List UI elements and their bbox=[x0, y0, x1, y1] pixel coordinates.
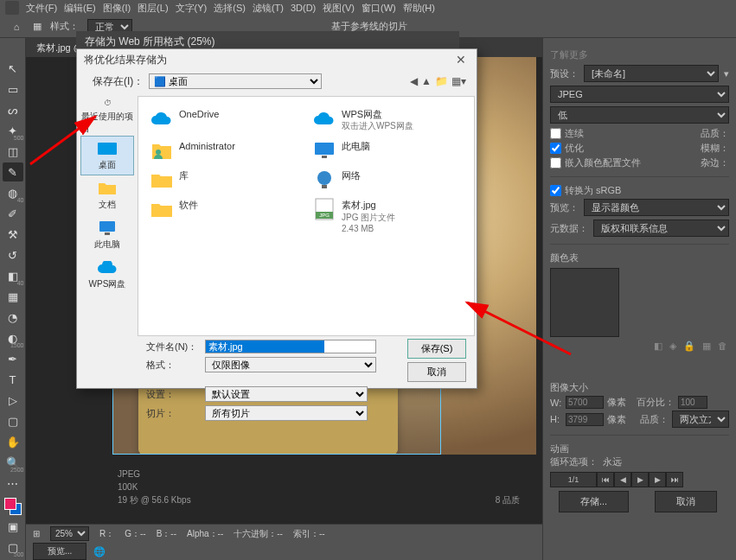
menu-file[interactable]: 文件(F) bbox=[26, 2, 57, 15]
menu-3d[interactable]: 3D(D) bbox=[291, 3, 316, 13]
embed-checkbox[interactable] bbox=[550, 157, 561, 169]
menu-help[interactable]: 帮助(H) bbox=[403, 2, 435, 15]
preset-select[interactable]: [未命名] bbox=[584, 65, 719, 82]
tool-marquee[interactable]: ▭ bbox=[3, 80, 23, 99]
tool-hand[interactable]: ✋ bbox=[3, 432, 23, 451]
tool-healing[interactable]: ◍40 bbox=[3, 183, 23, 202]
menu-window[interactable]: 窗口(W) bbox=[362, 2, 396, 15]
sidebar-item-wps[interactable]: WPS网盘 bbox=[80, 255, 134, 295]
tool-history[interactable]: ↺ bbox=[3, 245, 23, 264]
srgb-checkbox[interactable] bbox=[550, 185, 561, 196]
tool-gradient[interactable]: ▦ bbox=[3, 287, 23, 306]
tool-eyedropper[interactable]: ✎ bbox=[3, 162, 23, 181]
tool-more[interactable]: ⋯ bbox=[3, 474, 23, 493]
tool-screenmode[interactable]: ▢500 bbox=[3, 538, 23, 557]
file-library[interactable]: 库 bbox=[147, 167, 303, 193]
files-area[interactable]: OneDrive WPS网盘双击进入WPS网盘 Administrator 此电… bbox=[138, 96, 475, 336]
sidebar-item-docs[interactable]: 文档 bbox=[80, 175, 134, 215]
h-input[interactable] bbox=[566, 413, 604, 426]
crop-icon[interactable]: ▦ bbox=[33, 21, 42, 32]
file-pc[interactable]: 此电脑 bbox=[310, 137, 465, 163]
tool-brush[interactable]: ✐ bbox=[3, 204, 23, 223]
tool-wand[interactable]: ✦500 bbox=[3, 121, 23, 140]
file-software[interactable]: 软件 bbox=[147, 196, 303, 236]
svg-rect-4 bbox=[315, 143, 334, 155]
menu-view[interactable]: 视图(V) bbox=[323, 2, 355, 15]
tool-pen[interactable]: ✒ bbox=[3, 349, 23, 368]
file-admin[interactable]: Administrator bbox=[147, 137, 303, 163]
format-select[interactable]: JPEG bbox=[550, 86, 729, 103]
next-frame-button[interactable]: ▶ bbox=[649, 472, 666, 487]
slices-select[interactable]: 所有切片 bbox=[205, 405, 368, 421]
palette-trash-icon[interactable]: 🗑 bbox=[718, 340, 727, 352]
prev-frame-button[interactable]: ◀ bbox=[614, 472, 631, 487]
last-frame-button[interactable]: ⏭ bbox=[666, 472, 683, 487]
file-sucai-jpg[interactable]: JPG素材.jpgJPG 图片文件 2.43 MB bbox=[310, 196, 465, 236]
tool-stamp[interactable]: ⚒ bbox=[3, 225, 23, 244]
file-wps[interactable]: WPS网盘双击进入WPS网盘 bbox=[310, 105, 465, 134]
palette-icon-3[interactable]: 🔒 bbox=[683, 340, 695, 352]
location-label: 保存在(I)： bbox=[93, 74, 144, 89]
dialog-save-button[interactable]: 保存(S) bbox=[407, 339, 466, 359]
first-frame-button[interactable]: ⏮ bbox=[597, 472, 614, 487]
tool-dodge[interactable]: ◐1500 bbox=[3, 328, 23, 347]
quality-preset-select[interactable]: 低 bbox=[550, 106, 729, 124]
settings-select[interactable]: 默认设置 bbox=[205, 386, 368, 402]
grid-toggle-icon[interactable]: ⊞ bbox=[33, 529, 40, 538]
save-button[interactable]: 存储... bbox=[559, 491, 629, 512]
preset-menu-icon[interactable]: ▾ bbox=[724, 68, 729, 80]
zoom-select[interactable]: 25% bbox=[50, 526, 89, 541]
w-input[interactable] bbox=[566, 396, 604, 409]
sidebar-item-recent[interactable]: ⏱最近使用的项目 bbox=[80, 96, 134, 136]
palette-icon-2[interactable]: ◈ bbox=[669, 340, 676, 352]
learn-more-link[interactable]: 了解更多 bbox=[550, 48, 588, 61]
dialog-cancel-button[interactable]: 取消 bbox=[407, 362, 466, 382]
play-button[interactable]: ▶ bbox=[631, 472, 649, 487]
back-icon[interactable]: ◀ bbox=[410, 75, 418, 87]
tool-blur[interactable]: ◔ bbox=[3, 308, 23, 327]
progressive-checkbox[interactable] bbox=[550, 128, 561, 139]
menu-filter[interactable]: 滤镜(T) bbox=[253, 2, 284, 15]
close-icon[interactable]: ✕ bbox=[452, 53, 470, 67]
progressive-label: 连续 bbox=[565, 127, 584, 140]
optimize-checkbox[interactable] bbox=[550, 143, 561, 154]
newfolder-icon[interactable]: 📁 bbox=[435, 75, 448, 87]
tool-quickmask[interactable]: ▣ bbox=[3, 517, 23, 536]
location-select[interactable]: 🟦 桌面 bbox=[149, 73, 322, 89]
preview-select[interactable]: 显示器颜色 bbox=[584, 199, 729, 216]
palette-icon-1[interactable]: ◧ bbox=[654, 340, 662, 352]
tool-crop[interactable]: ◫ bbox=[3, 142, 23, 161]
svg-rect-2 bbox=[105, 232, 110, 235]
svg-rect-7 bbox=[322, 185, 327, 188]
tool-type[interactable]: T bbox=[3, 370, 23, 389]
cancel-button[interactable]: 取消 bbox=[655, 491, 717, 512]
menu-select[interactable]: 选择(S) bbox=[214, 2, 246, 15]
percent-input[interactable] bbox=[678, 396, 707, 409]
file-network[interactable]: 网络 bbox=[310, 167, 465, 193]
menu-type[interactable]: 文字(Y) bbox=[176, 2, 208, 15]
viewmode-icon[interactable]: ▦▾ bbox=[451, 75, 466, 87]
tool-eraser[interactable]: ◧40 bbox=[3, 266, 23, 285]
filename-input[interactable] bbox=[205, 340, 376, 353]
quality2-select[interactable]: 两次立方 bbox=[672, 410, 729, 428]
tool-lasso[interactable]: ᔕ bbox=[3, 100, 23, 119]
file-onedrive[interactable]: OneDrive bbox=[147, 105, 303, 134]
home-icon[interactable]: ⌂ bbox=[9, 19, 24, 35]
browser-icon[interactable]: 🌐 bbox=[93, 546, 106, 557]
meta-select[interactable]: 版权和联系信息 bbox=[593, 220, 729, 237]
format-select-dlg[interactable]: 仅限图像 bbox=[205, 357, 376, 372]
menu-layer[interactable]: 图层(L) bbox=[138, 2, 168, 15]
tool-shape[interactable]: ▢ bbox=[3, 411, 23, 430]
menu-edit[interactable]: 编辑(E) bbox=[64, 2, 96, 15]
palette-icon-4[interactable]: ▦ bbox=[702, 340, 711, 352]
tool-move[interactable]: ↖ bbox=[3, 59, 23, 78]
up-icon[interactable]: ▲ bbox=[421, 75, 432, 87]
loop-value: 永远 bbox=[603, 455, 622, 468]
menu-image[interactable]: 图像(I) bbox=[103, 2, 131, 15]
sidebar-item-desktop[interactable]: 桌面 bbox=[80, 136, 134, 175]
sidebar-item-pc[interactable]: 此电脑 bbox=[80, 215, 134, 255]
tool-zoom[interactable]: 🔍2500 bbox=[3, 453, 23, 472]
color-swatch[interactable] bbox=[4, 498, 22, 515]
tool-path[interactable]: ▷ bbox=[3, 391, 23, 410]
preview-button[interactable]: 预览... bbox=[33, 543, 86, 560]
